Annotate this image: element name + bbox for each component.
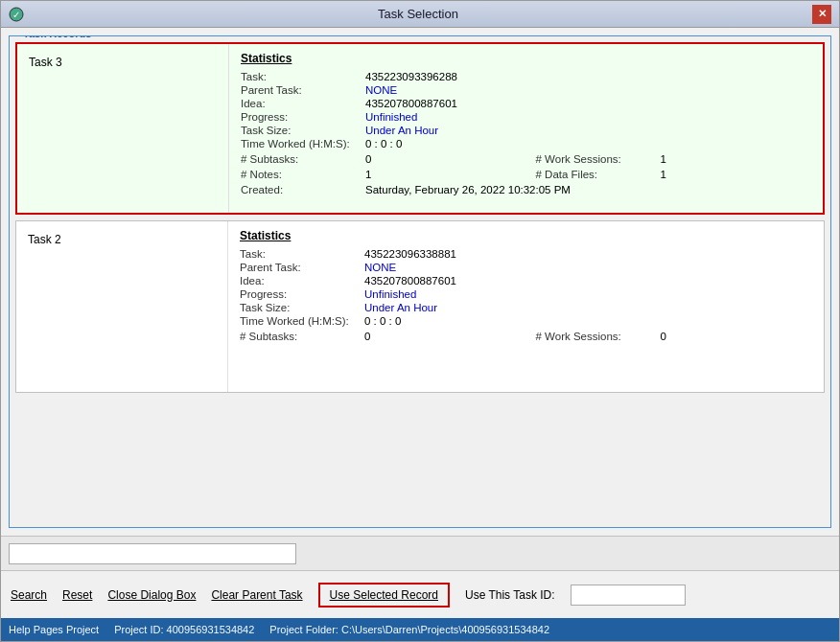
app-icon: ✓ <box>9 7 24 22</box>
stat-size-row: Task Size: Under An Hour <box>240 302 812 313</box>
task-value: 435223093396288 <box>365 71 457 82</box>
idea-value: 435207800887601 <box>364 275 456 287</box>
parent-value: NONE <box>364 262 396 273</box>
svg-text:✓: ✓ <box>12 10 20 20</box>
task-record[interactable]: Task 2 Statistics Task: 435223096338881 … <box>15 220 825 393</box>
task-name: Task 3 <box>29 56 62 69</box>
project-name: Help Pages Project <box>9 624 99 635</box>
notes-col: # Notes: 1 <box>241 167 517 182</box>
idea-label: Idea: <box>241 98 365 109</box>
title-bar: ✓ Task Selection ✕ <box>1 1 839 28</box>
idea-value: 435207800887601 <box>365 98 457 109</box>
subtasks-col: # Subtasks: 0 <box>240 329 517 344</box>
stats-area: Statistics Task: 435223096338881 Parent … <box>227 221 824 392</box>
stat-task-row: Task: 435223093396288 <box>241 71 811 82</box>
data-files-label: # Data Files: <box>536 169 661 180</box>
subtasks-value: 0 <box>365 153 371 165</box>
subtasks-value: 0 <box>364 331 370 342</box>
use-task-id-label: Use This Task ID: <box>465 588 555 602</box>
task-value: 435223096338881 <box>364 248 456 260</box>
task-records-label: Task Records <box>19 35 95 39</box>
task-size-value: Under An Hour <box>364 302 437 313</box>
status-bar: Help Pages Project Project ID: 400956931… <box>1 618 839 641</box>
task-size-value: Under An Hour <box>365 125 438 136</box>
time-worked-label: Time Worked (H:M:S): <box>240 315 364 327</box>
subtasks-label: # Subtasks: <box>240 331 364 342</box>
task-name: Task 2 <box>28 233 61 246</box>
subtasks-col: # Subtasks: 0 <box>241 151 517 167</box>
stat-progress-row: Progress: Unfinished <box>240 288 812 300</box>
task-record[interactable]: Task 3 Statistics Task: 435223093396288 … <box>15 42 825 215</box>
main-window: ✓ Task Selection ✕ Task Records Task 3 S… <box>0 0 840 642</box>
bottom-buttons: Search Reset Close Dialog Box Clear Pare… <box>1 570 839 618</box>
work-sessions-col: # Work Sessions: 0 <box>536 329 813 344</box>
time-worked-value: 0 : 0 : 0 <box>364 315 401 327</box>
content-area: Task Records Task 3 Statistics Task: 435… <box>1 28 839 536</box>
records-scroll[interactable]: Task 3 Statistics Task: 435223093396288 … <box>10 36 830 527</box>
stat-time-row: Time Worked (H:M:S): 0 : 0 : 0 <box>240 315 812 327</box>
parent-label: Parent Task: <box>240 262 364 273</box>
stats-section: Task: 435223093396288 Parent Task: NONE … <box>241 71 811 195</box>
data-files-col: # Data Files: 1 <box>536 167 812 182</box>
window-title: Task Selection <box>24 7 812 21</box>
parent-label: Parent Task: <box>241 84 365 96</box>
created-row: Created: Saturday, February 26, 2022 10:… <box>241 184 811 195</box>
task-name-area: Task 2 <box>16 221 227 392</box>
task-label: Task: <box>241 71 365 82</box>
task-size-label: Task Size: <box>241 125 365 136</box>
stat-task-row: Task: 435223096338881 <box>240 248 812 260</box>
stat-parent-row: Parent Task: NONE <box>241 84 811 96</box>
close-dialog-button[interactable]: Close Dialog Box <box>107 588 196 602</box>
progress-value: Unfinished <box>364 288 416 300</box>
stats-section: Task: 435223096338881 Parent Task: NONE … <box>240 248 812 344</box>
multi-col-row-1: # Subtasks: 0 # Work Sessions: 0 <box>240 329 812 344</box>
task-label: Task: <box>240 248 364 260</box>
notes-value: 1 <box>365 169 371 180</box>
stat-idea-row: Idea: 435207800887601 <box>241 98 811 109</box>
stats-title: Statistics <box>241 52 811 65</box>
stat-size-row: Task Size: Under An Hour <box>241 125 811 136</box>
progress-value: Unfinished <box>365 111 417 123</box>
task-records-group: Task Records Task 3 Statistics Task: 435… <box>9 35 831 528</box>
task-size-label: Task Size: <box>240 302 364 313</box>
subtasks-label: # Subtasks: <box>241 153 365 165</box>
stats-area: Statistics Task: 435223093396288 Parent … <box>228 44 823 213</box>
multi-col-row-2: # Notes: 1 # Data Files: 1 <box>241 167 811 182</box>
task-name-area: Task 3 <box>17 44 228 213</box>
work-sessions-value: 1 <box>661 153 666 165</box>
stat-progress-row: Progress: Unfinished <box>241 111 811 123</box>
stats-title: Statistics <box>240 229 812 242</box>
work-sessions-label: # Work Sessions: <box>536 153 661 165</box>
work-sessions-col: # Work Sessions: 1 <box>536 151 812 167</box>
stat-idea-row: Idea: 435207800887601 <box>240 275 812 287</box>
parent-value: NONE <box>365 84 397 96</box>
work-sessions-value: 0 <box>661 331 666 342</box>
work-sessions-label: # Work Sessions: <box>536 331 661 342</box>
time-worked-label: Time Worked (H:M:S): <box>241 138 365 149</box>
task-id-input[interactable] <box>571 585 686 606</box>
created-label: Created: <box>241 184 365 195</box>
progress-label: Progress: <box>241 111 365 123</box>
multi-col-row-1: # Subtasks: 0 # Work Sessions: 1 <box>241 151 811 167</box>
project-folder-label: Project Folder: C:\Users\Darren\Projects… <box>269 624 549 635</box>
time-worked-value: 0 : 0 : 0 <box>365 138 402 149</box>
project-id-label: Project ID: 400956931534842 <box>114 624 254 635</box>
idea-label: Idea: <box>240 275 364 287</box>
reset-button[interactable]: Reset <box>62 588 92 602</box>
close-button[interactable]: ✕ <box>812 5 831 24</box>
progress-label: Progress: <box>240 288 364 300</box>
stat-parent-row: Parent Task: NONE <box>240 262 812 273</box>
clear-parent-button[interactable]: Clear Parent Task <box>211 588 302 602</box>
data-files-value: 1 <box>661 169 666 180</box>
search-button[interactable]: Search <box>11 588 47 602</box>
search-input[interactable] <box>9 543 296 564</box>
notes-label: # Notes: <box>241 169 365 180</box>
created-value: Saturday, February 26, 2022 10:32:05 PM <box>365 184 571 195</box>
use-selected-button[interactable]: Use Selected Record <box>318 583 450 608</box>
search-toolbar <box>1 536 839 570</box>
stat-time-row: Time Worked (H:M:S): 0 : 0 : 0 <box>241 138 811 149</box>
